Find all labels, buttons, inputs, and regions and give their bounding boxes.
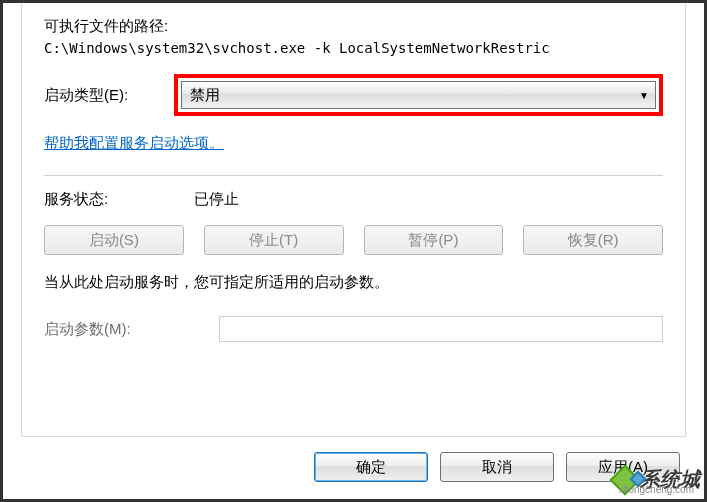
cancel-button[interactable]: 取消 bbox=[440, 452, 554, 482]
service-status-row: 服务状态: 已停止 bbox=[44, 190, 663, 209]
apply-button[interactable]: 应用(A) bbox=[566, 452, 680, 482]
service-control-buttons: 启动(S) 停止(T) 暂停(P) 恢复(R) bbox=[44, 225, 663, 255]
help-configure-link[interactable]: 帮助我配置服务启动选项。 bbox=[44, 134, 224, 153]
section-divider bbox=[44, 175, 663, 176]
ok-button[interactable]: 确定 bbox=[314, 452, 428, 482]
resume-button[interactable]: 恢复(R) bbox=[523, 225, 663, 255]
start-param-description: 当从此处启动服务时，您可指定所适用的启动参数。 bbox=[44, 273, 663, 292]
service-properties-panel: 可执行文件的路径: C:\Windows\system32\svchost.ex… bbox=[21, 3, 686, 437]
start-parameters-label: 启动参数(M): bbox=[44, 320, 219, 339]
highlight-annotation: 禁用 ▼ bbox=[174, 74, 663, 116]
startup-type-selected: 禁用 bbox=[190, 86, 220, 105]
start-parameters-input[interactable] bbox=[219, 316, 663, 342]
startup-type-dropdown[interactable]: 禁用 ▼ bbox=[181, 81, 656, 109]
startup-type-row: 启动类型(E): 禁用 ▼ bbox=[44, 74, 663, 116]
pause-button[interactable]: 暂停(P) bbox=[364, 225, 504, 255]
dialog-footer: 确定 取消 应用(A) bbox=[21, 445, 686, 489]
executable-path-value: C:\Windows\system32\svchost.exe -k Local… bbox=[44, 40, 663, 56]
start-button[interactable]: 启动(S) bbox=[44, 225, 184, 255]
start-parameters-row: 启动参数(M): bbox=[44, 316, 663, 342]
executable-path-label: 可执行文件的路径: bbox=[44, 17, 663, 36]
service-status-value: 已停止 bbox=[194, 190, 239, 209]
chevron-down-icon: ▼ bbox=[639, 90, 649, 101]
service-status-label: 服务状态: bbox=[44, 190, 194, 209]
stop-button[interactable]: 停止(T) bbox=[204, 225, 344, 255]
startup-type-label: 启动类型(E): bbox=[44, 86, 174, 105]
